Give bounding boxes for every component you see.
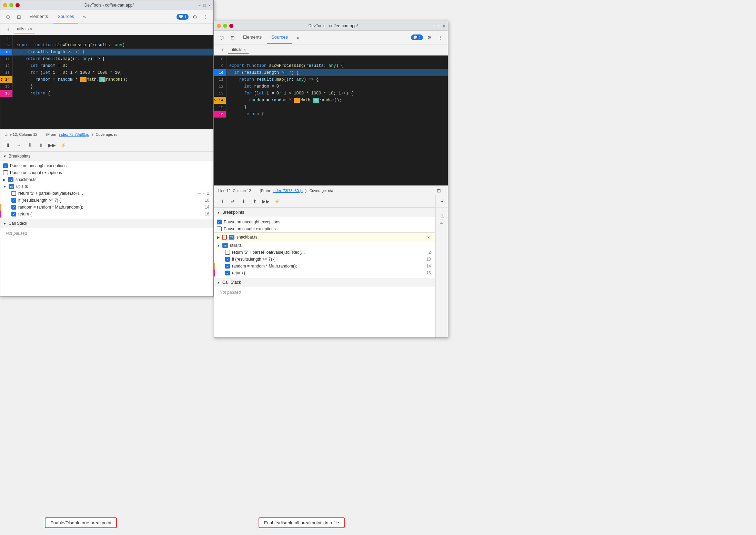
file-tab-utils-2[interactable]: utils.ts × xyxy=(228,46,249,54)
file-tab-close-1[interactable]: × xyxy=(30,27,32,31)
file-group-utils-1[interactable]: ▼ TS utils.ts xyxy=(0,183,213,190)
pause-resume-btn-1[interactable]: ⏸ xyxy=(3,140,13,150)
inspect-mode-btn-2[interactable]: ⬡ xyxy=(217,33,226,42)
bp-return-line-1: 16 xyxy=(205,212,209,216)
more-options-btn-2[interactable]: ⋮ xyxy=(435,33,445,42)
continue-btn-1[interactable]: ▶▶ xyxy=(47,140,57,150)
minimize-icon-1[interactable]: − xyxy=(198,3,200,7)
devtools-window-2: DevTools - coffee-cart.app/ − □ × ⬡ ⊡ El… xyxy=(214,21,448,338)
minimize-icon-2[interactable]: − xyxy=(433,24,435,28)
file-group-snackbar-1[interactable]: ▶ TS snackbar.ts xyxy=(0,176,213,183)
bp-random-checkbox-1[interactable] xyxy=(11,205,16,210)
more-options-btn-1[interactable]: ⋮ xyxy=(201,12,211,22)
restore-icon-1[interactable]: □ xyxy=(203,3,206,7)
close-icon-1[interactable]: × xyxy=(209,3,211,7)
console-badge-1[interactable]: 💬 1 xyxy=(177,14,189,20)
bp-random-2[interactable]: random = random * Math.random(); 14 xyxy=(214,263,435,270)
bp-return-dollar-checkbox-2[interactable] xyxy=(225,250,230,255)
file-tab-utils-1[interactable]: utils.ts × xyxy=(14,25,35,33)
settings-btn-2[interactable]: ⚙ xyxy=(424,33,434,42)
more-panel-btn-2[interactable]: » xyxy=(435,195,448,208)
drawer-btn-2[interactable]: ⊟ xyxy=(434,186,444,195)
close-icon-2[interactable]: × xyxy=(443,24,445,28)
step-into-btn-1[interactable]: ⬇ xyxy=(25,140,35,150)
bp-if-results-1[interactable]: if (results.length >= 7) { 10 xyxy=(0,197,213,204)
bp-return-dollar-checkbox-1[interactable] xyxy=(11,191,16,196)
file-tab-close-2[interactable]: × xyxy=(244,48,246,52)
snackbar-remove-btn-2[interactable]: × xyxy=(425,234,432,241)
code-editor-1[interactable]: 8 9 export function slowProcessing(resul… xyxy=(0,35,213,129)
tab-elements-1[interactable]: Elements xyxy=(25,10,52,23)
file-group-utils-2[interactable]: ▼ TS utils.ts xyxy=(214,242,435,249)
code-line-12-2: 12 let random = 0; xyxy=(214,83,448,90)
bp-if-results-2[interactable]: if (results.length >= 7) { 10 xyxy=(214,256,435,263)
step-into-btn-2[interactable]: ⬇ xyxy=(239,196,249,206)
bp-return-dollar-2[interactable]: return '$' + parseFloat(value).toFixed(…… xyxy=(214,249,435,256)
pause-uncaught-checkbox-1[interactable] xyxy=(3,163,8,168)
close-btn-1[interactable] xyxy=(16,3,20,7)
bp-return-dollar-1[interactable]: return '$' + parseFloat(value).toFi… ✏ ×… xyxy=(0,190,213,197)
deactivate-btn-1[interactable]: ⚡ xyxy=(58,140,68,150)
inspect-mode-btn-1[interactable]: ⬡ xyxy=(3,12,13,22)
callstack-header-2[interactable]: ▼ Call Stack xyxy=(214,278,435,287)
pause-caught-checkbox-1[interactable] xyxy=(3,170,8,175)
continue-btn-2[interactable]: ▶▶ xyxy=(261,196,271,206)
breakpoints-header-2[interactable]: ▼ Breakpoints xyxy=(214,208,435,217)
maximize-btn-2[interactable] xyxy=(223,24,227,28)
badge-icon-1: 💬 xyxy=(179,14,183,19)
file-group-snackbar-2[interactable]: ▶ TS snackbar.ts × xyxy=(214,232,435,242)
bp-return-checkbox-2[interactable] xyxy=(225,271,230,275)
code-line-15-2: 15 } xyxy=(214,104,448,111)
more-tabs-btn-2[interactable]: » xyxy=(293,33,303,42)
maximize-btn-1[interactable] xyxy=(9,3,13,7)
remove-icon-1[interactable]: × xyxy=(203,191,205,195)
bp-random-1[interactable]: random = random * Math.random(); 14 xyxy=(0,204,213,211)
sidebar-toggle-1[interactable]: ⊣ xyxy=(3,25,11,33)
restore-icon-2[interactable]: □ xyxy=(438,24,440,28)
tab-elements-2[interactable]: Elements xyxy=(239,31,266,44)
source-file-link-2[interactable]: index-73f73a80.js xyxy=(273,189,303,193)
chevron-breakpoints-2: ▼ xyxy=(217,211,220,214)
bottom-panel-1: ▼ Breakpoints Pause on uncaught exceptio… xyxy=(0,151,213,296)
pause-caught-checkbox-2[interactable] xyxy=(217,226,222,231)
tab-sources-2[interactable]: Sources xyxy=(267,31,292,44)
chevron-snackbar-1: ▶ xyxy=(3,178,6,182)
step-out-btn-2[interactable]: ⬆ xyxy=(250,196,260,206)
tab-sources-1[interactable]: Sources xyxy=(53,10,78,23)
device-mode-btn-2[interactable]: ⊡ xyxy=(228,33,238,42)
bp-random-checkbox-2[interactable] xyxy=(225,264,230,269)
pause-uncaught-item-1[interactable]: Pause on uncaught exceptions xyxy=(0,162,213,169)
breakpoints-header-1[interactable]: ▼ Breakpoints xyxy=(0,152,213,161)
minimize-btn-1[interactable] xyxy=(3,3,7,7)
step-out-btn-1[interactable]: ⬆ xyxy=(36,140,46,150)
bp-random-label-2: random = random * Math.random(); xyxy=(232,264,424,269)
minimize-btn-2[interactable] xyxy=(217,24,221,28)
pause-caught-item-2[interactable]: Pause on caught exceptions xyxy=(214,225,435,232)
pause-resume-btn-2[interactable]: ⏸ xyxy=(217,196,226,206)
deactivate-btn-2[interactable]: ⚡ xyxy=(272,196,282,206)
device-mode-btn-1[interactable]: ⊡ xyxy=(14,12,24,22)
snackbar-group-checkbox-2[interactable] xyxy=(222,235,227,240)
more-tabs-btn-1[interactable]: » xyxy=(80,12,89,22)
pause-uncaught-checkbox-2[interactable] xyxy=(217,220,222,224)
breakpoints-list-2: Pause on uncaught exceptions Pause on ca… xyxy=(214,217,435,278)
bp-if-results-checkbox-1[interactable] xyxy=(11,198,16,203)
bp-if-results-checkbox-2[interactable] xyxy=(225,257,230,262)
step-over-btn-2[interactable]: ⤾ xyxy=(228,196,238,206)
bp-return-2[interactable]: return { 16 xyxy=(214,270,435,276)
step-over-btn-1[interactable]: ⤾ xyxy=(14,140,24,150)
bp-return-1[interactable]: return { 16 xyxy=(0,211,213,218)
edit-icon-1[interactable]: ✏ xyxy=(198,191,201,196)
code-editor-2[interactable]: 8 9 export function slowProcessing(resul… xyxy=(214,55,448,185)
pause-caught-item-1[interactable]: Pause on caught exceptions xyxy=(0,169,213,176)
bp-return-checkbox-1[interactable] xyxy=(11,212,16,216)
callstack-header-1[interactable]: ▼ Call Stack xyxy=(0,219,213,228)
source-file-link-1[interactable]: index-73f73a80.js xyxy=(59,132,89,137)
sidebar-toggle-2[interactable]: ⊣ xyxy=(217,46,225,54)
settings-btn-1[interactable]: ⚙ xyxy=(190,12,200,22)
bp-if-results-line-2: 10 xyxy=(426,257,431,262)
close-btn-2[interactable] xyxy=(229,24,233,28)
pause-uncaught-item-2[interactable]: Pause on uncaught exceptions xyxy=(214,219,435,225)
file-tab-name-1: utils.ts xyxy=(17,27,29,31)
console-badge-2[interactable]: 💬 1 xyxy=(411,34,423,40)
